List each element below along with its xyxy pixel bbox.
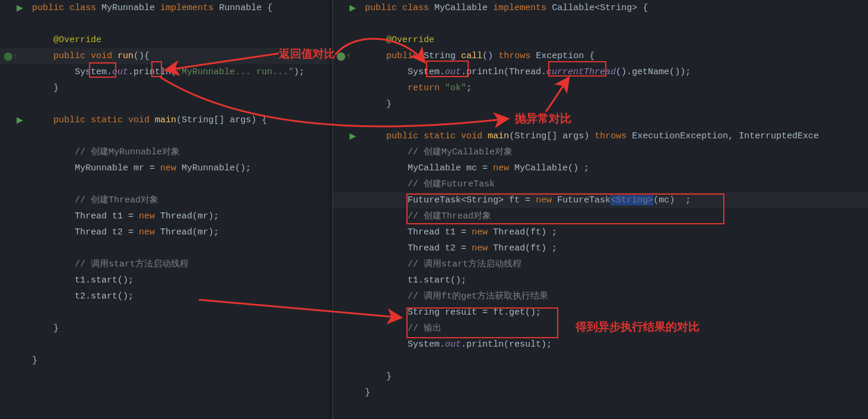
code-line[interactable]: // 调用start方法启动线程 <box>363 256 868 272</box>
code-line[interactable]: } <box>363 96 868 112</box>
code-line[interactable]: } <box>30 320 332 337</box>
code-line[interactable]: MyCallable mc = new MyCallable() ; <box>363 160 868 176</box>
run-gutter-icon[interactable] <box>17 5 23 11</box>
code-line[interactable]: Thread t1 = new Thread(mr); <box>30 208 332 224</box>
code-line[interactable]: public class MyCallable implements Calla… <box>363 0 868 16</box>
code-line[interactable]: t2.start(); <box>30 288 332 304</box>
svg-marker-3 <box>349 133 356 139</box>
code-line[interactable]: } <box>30 353 332 369</box>
code-line[interactable]: @Override <box>363 32 868 48</box>
run-gutter-icon[interactable] <box>17 117 23 123</box>
code-line[interactable]: Thread t2 = new Thread(mr); <box>30 224 332 240</box>
code-line[interactable]: String result = ft.get(); <box>363 304 868 320</box>
code-line[interactable]: // 创建FutureTask <box>363 176 868 192</box>
code-line[interactable]: t1.start(); <box>30 272 332 288</box>
override-gutter-icon[interactable]: ⬤↑ <box>336 48 351 64</box>
code-line[interactable]: // 输出 <box>363 320 868 337</box>
code-line[interactable]: public static void main(String[] args) t… <box>363 128 868 144</box>
code-line[interactable]: Thread t2 = new Thread(ft) ; <box>363 240 868 256</box>
code-line[interactable]: } <box>30 80 332 96</box>
svg-marker-2 <box>349 5 356 11</box>
svg-marker-0 <box>17 5 23 11</box>
svg-marker-1 <box>17 117 23 123</box>
code-line[interactable]: return "ok"; <box>363 80 868 96</box>
code-line[interactable]: public static void main(String[] args) { <box>30 112 332 128</box>
code-line[interactable]: // 调用ft的get方法获取执行结果 <box>363 288 868 304</box>
code-line[interactable]: // 创建MyRunnable对象 <box>30 144 332 160</box>
code-line[interactable]: System.out.println(result); <box>363 337 868 353</box>
code-line[interactable]: } <box>363 385 868 401</box>
code-line[interactable]: // 调用start方法启动线程 <box>30 256 332 272</box>
run-gutter-icon[interactable] <box>349 133 356 139</box>
editor-pane-right[interactable]: public class MyCallable implements Calla… <box>332 0 868 419</box>
code-line[interactable]: t1.start(); <box>363 272 868 288</box>
vcs-gutter-icon[interactable]: ⬤↑ <box>4 48 18 64</box>
code-line[interactable]: @Override <box>30 32 332 48</box>
code-line[interactable]: MyRunnable mr = new MyRunnable(); <box>30 160 332 176</box>
code-line[interactable]: // 创建Thread对象 <box>30 192 332 208</box>
code-line[interactable]: System.out.println(Thread.currentThread(… <box>363 64 868 80</box>
code-line[interactable]: FutureTask<String> ft = new FutureTask<S… <box>363 192 868 208</box>
code-line[interactable]: public class MyRunnable implements Runna… <box>30 0 332 16</box>
code-line[interactable]: // 创建Thread对象 <box>363 208 868 224</box>
code-line[interactable]: public String call() throws Exception { <box>363 48 868 64</box>
run-gutter-icon[interactable] <box>349 5 356 11</box>
editor-pane-left[interactable]: public class MyRunnable implements Runna… <box>0 0 332 419</box>
code-line[interactable]: public void run(){ <box>30 48 332 64</box>
code-line[interactable]: System.out.println("MyRunnable... run...… <box>30 64 332 80</box>
code-line[interactable]: } <box>363 369 868 385</box>
code-line[interactable]: Thread t1 = new Thread(ft) ; <box>363 224 868 240</box>
code-line[interactable]: // 创建MyCallable对象 <box>363 144 868 160</box>
